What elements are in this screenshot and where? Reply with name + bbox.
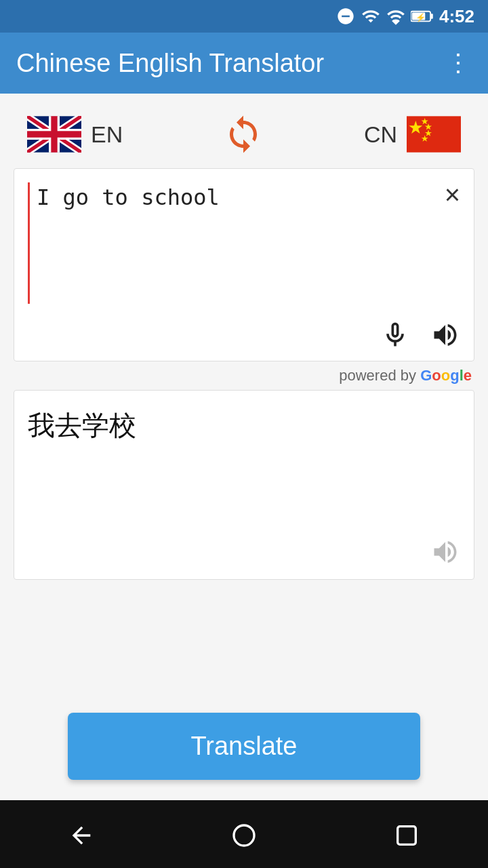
- signal-icon: [386, 7, 405, 26]
- microphone-button[interactable]: [380, 320, 410, 350]
- powered-by-label: powered by Google: [14, 361, 474, 390]
- back-nav-icon: [68, 822, 95, 849]
- app-bar: Chinese English Translator ⋮: [0, 33, 488, 94]
- do-not-disturb-icon: [336, 7, 355, 26]
- bottom-navigation: [0, 800, 488, 868]
- svg-text:⚡: ⚡: [415, 12, 426, 23]
- tts-source-button[interactable]: [430, 320, 460, 350]
- wifi-icon: [361, 7, 381, 26]
- input-text-box: ×: [14, 168, 474, 361]
- output-speaker-icon: [430, 537, 460, 567]
- translate-button-wrap: Translate: [0, 692, 488, 800]
- target-lang-code: CN: [364, 121, 397, 148]
- svg-rect-5: [407, 116, 461, 152]
- status-time: 4:52: [439, 6, 474, 27]
- swap-icon: [223, 114, 264, 155]
- svg-point-11: [234, 825, 254, 846]
- source-language[interactable]: EN: [27, 116, 123, 153]
- svg-rect-12: [398, 826, 416, 844]
- svg-rect-2: [430, 14, 433, 18]
- google-brand: Google: [420, 367, 472, 384]
- source-text-input[interactable]: [28, 182, 460, 304]
- powered-by-text: powered by: [339, 367, 416, 384]
- target-language[interactable]: CN: [364, 116, 461, 153]
- uk-flag-icon: [27, 116, 81, 153]
- app-title: Chinese English Translator: [16, 49, 324, 78]
- translated-text: 我去学校: [28, 410, 136, 440]
- swap-languages-button[interactable]: [223, 114, 264, 155]
- more-options-icon[interactable]: ⋮: [446, 49, 472, 77]
- source-lang-code: EN: [91, 121, 123, 148]
- translate-button[interactable]: Translate: [68, 713, 420, 780]
- cn-flag-icon: [407, 116, 461, 153]
- tts-target-button[interactable]: [430, 537, 460, 567]
- language-selector-row: EN CN: [14, 107, 474, 168]
- speaker-icon: [430, 320, 460, 350]
- clear-button[interactable]: ×: [445, 181, 460, 208]
- main-content: EN CN ×: [0, 94, 488, 692]
- output-text-box: 我去学校: [14, 390, 474, 580]
- status-bar: ⚡ 4:52: [0, 0, 488, 33]
- battery-icon: ⚡: [411, 7, 434, 26]
- home-button[interactable]: [230, 819, 258, 848]
- recents-nav-icon: [393, 822, 420, 849]
- microphone-icon: [380, 320, 410, 350]
- status-icons: ⚡ 4:52: [336, 6, 474, 27]
- input-actions: [28, 313, 460, 350]
- back-button[interactable]: [68, 819, 95, 848]
- recents-button[interactable]: [393, 819, 420, 848]
- home-nav-icon: [230, 822, 258, 849]
